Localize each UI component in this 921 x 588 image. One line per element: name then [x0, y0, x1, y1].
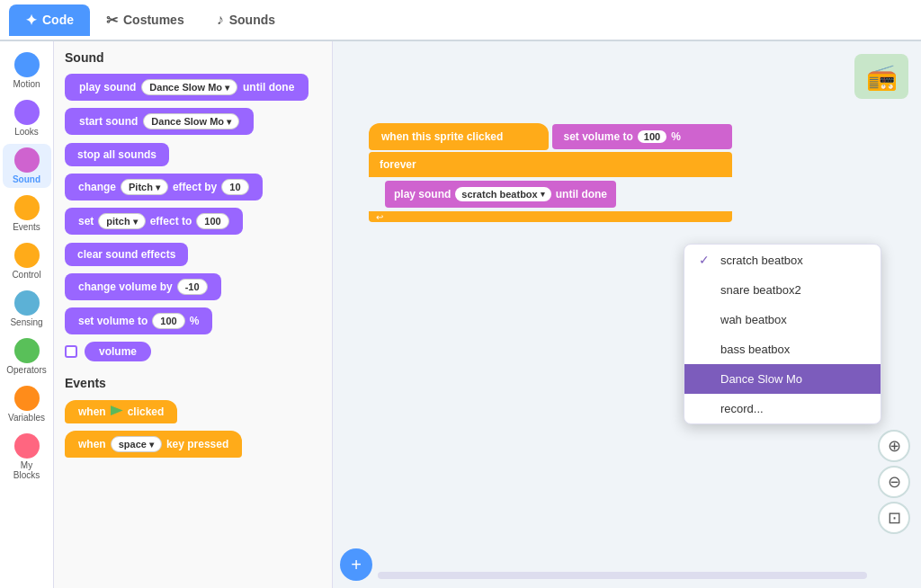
canvas-set-vol-label: set volume to: [563, 130, 632, 143]
set-effect-input[interactable]: 100: [196, 213, 228, 229]
start-sound-block[interactable]: start sound Dance Slow Mo: [65, 108, 321, 135]
events-dot: [14, 195, 40, 220]
effect-by-label: effect by: [173, 181, 217, 193]
code-icon: ✦: [25, 12, 37, 29]
tab-code[interactable]: ✦ Code: [9, 4, 90, 36]
effect-type-dropdown[interactable]: Pitch: [121, 179, 168, 195]
start-sound-dropdown[interactable]: Dance Slow Mo: [143, 113, 239, 129]
dropdown-item-bass[interactable]: bass beatbox: [684, 334, 881, 364]
volume-reporter-block[interactable]: volume: [65, 342, 321, 361]
zoom-controls: ⊕ ⊖ ⊡: [878, 430, 910, 534]
main-layout: Motion Looks Sound Events Control Sensin…: [0, 41, 921, 588]
canvas-sound-dropdown[interactable]: scratch beatbox ▾: [455, 187, 550, 201]
when-flag-block[interactable]: when clicked: [65, 399, 321, 423]
sound-section-title: Sound: [65, 50, 321, 65]
key-dropdown[interactable]: space: [111, 436, 162, 452]
dropdown-arrow-icon: ▾: [541, 190, 545, 199]
sensing-dot: [14, 290, 40, 316]
forever-label: forever: [380, 158, 416, 171]
dropdown-item-snare[interactable]: snare beatbox2: [684, 275, 881, 305]
key-pressed-label: key pressed: [166, 438, 228, 450]
dropdown-item-record[interactable]: record...: [684, 394, 881, 423]
change-volume-input[interactable]: -10: [177, 279, 208, 295]
hat-block-sprite-clicked[interactable]: when this sprite clicked: [369, 123, 549, 150]
set-volume-label: set volume to: [78, 315, 148, 327]
clear-effects-block[interactable]: clear sound effects: [65, 242, 321, 266]
tab-sounds[interactable]: ♪ Sounds: [201, 4, 291, 35]
sidebar-item-operators-label: Operators: [6, 365, 46, 375]
sidebar-item-looks-label: Looks: [14, 127, 39, 137]
volume-label: volume: [99, 345, 137, 358]
myblocks-dot: [14, 433, 40, 459]
zoom-in-button[interactable]: ⊕: [878, 430, 910, 462]
sidebar-item-variables[interactable]: Variables: [3, 382, 51, 426]
add-sprite-button[interactable]: +: [340, 548, 372, 581]
volume-checkbox[interactable]: [65, 345, 77, 358]
set-effect-block[interactable]: set pitch effect to 100: [65, 208, 321, 235]
boombox-sprite: 📻: [854, 54, 908, 99]
set-effect-to-label: effect to: [150, 215, 192, 227]
canvas-play-sound-block[interactable]: play sound scratch beatbox ▾ until done: [385, 181, 616, 208]
change-volume-block[interactable]: change volume by -10: [65, 273, 321, 300]
canvas-vol-input[interactable]: 100: [638, 130, 666, 143]
tab-costumes[interactable]: ✂ Costumes: [90, 4, 201, 36]
dropdown-item-label: record...: [720, 402, 764, 415]
operators-dot: [14, 338, 40, 363]
looks-dot: [14, 100, 40, 125]
canvas-blocks-stack: when this sprite clicked set volume to 1…: [369, 122, 732, 222]
tab-code-label: Code: [42, 13, 74, 27]
sidebar-item-myblocks[interactable]: My Blocks: [3, 430, 51, 484]
zoom-reset-button[interactable]: ⊡: [878, 502, 910, 534]
clear-effects-label: clear sound effects: [77, 248, 175, 261]
zoom-in-icon: ⊕: [888, 436, 901, 456]
sidebar-item-sensing[interactable]: Sensing: [3, 287, 51, 331]
blocks-panel: Sound play sound Dance Slow Mo until don…: [54, 41, 333, 588]
canvas-set-volume-block[interactable]: set volume to 100 %: [552, 124, 732, 149]
sidebar-item-motion[interactable]: Motion: [3, 49, 51, 93]
tab-bar: ✦ Code ✂ Costumes ♪ Sounds: [0, 0, 921, 41]
sidebar-item-control[interactable]: Control: [3, 239, 51, 283]
dropdown-item-wah[interactable]: wah beatbox: [684, 305, 881, 334]
sound-dropdown-menu: ✓ scratch beatbox snare beatbox2 wah bea…: [684, 244, 881, 424]
dropdown-item-scratch-beatbox[interactable]: ✓ scratch beatbox: [684, 245, 881, 275]
horizontal-scrollbar[interactable]: [378, 572, 867, 579]
sidebar-item-control-label: Control: [12, 270, 40, 280]
variables-dot: [14, 386, 40, 411]
when-key-label: when: [78, 438, 106, 450]
sidebar-item-looks[interactable]: Looks: [3, 96, 51, 140]
change-effect-block[interactable]: change Pitch effect by 10: [65, 174, 321, 200]
canvas-play-suffix: until done: [556, 188, 607, 200]
play-sound-block[interactable]: play sound Dance Slow Mo until done: [65, 74, 321, 101]
motion-dot: [14, 52, 40, 77]
start-sound-label: start sound: [79, 115, 138, 128]
sound-dot: [14, 147, 40, 173]
dropdown-item-label: scratch beatbox: [720, 254, 803, 267]
play-sound-dropdown[interactable]: Dance Slow Mo: [141, 79, 237, 95]
stop-sounds-label: stop all sounds: [77, 148, 156, 161]
sidebar-item-myblocks-label: My Blocks: [8, 460, 46, 480]
add-sprite-icon: +: [351, 555, 362, 575]
sidebar-item-sound[interactable]: Sound: [3, 144, 51, 188]
when-key-block[interactable]: when space key pressed: [65, 431, 321, 458]
events-section-title: Events: [65, 376, 321, 390]
sidebar-item-operators[interactable]: Operators: [3, 334, 51, 379]
stop-sounds-block[interactable]: stop all sounds: [65, 142, 321, 166]
sidebar-item-events[interactable]: Events: [3, 192, 51, 236]
dropdown-item-dance-slow-mo[interactable]: Dance Slow Mo: [684, 364, 881, 394]
canvas-play-label: play sound: [394, 188, 451, 200]
canvas-forever-block[interactable]: forever play sound scratch beatbox ▾ unt…: [369, 152, 732, 222]
set-effect-dropdown[interactable]: pitch: [98, 213, 145, 229]
play-sound-label: play sound: [79, 81, 136, 94]
effect-value-input[interactable]: 10: [221, 179, 248, 195]
set-volume-block[interactable]: set volume to 100 %: [65, 307, 321, 334]
forever-bottom-arrow: ↩: [376, 212, 383, 222]
zoom-out-button[interactable]: ⊖: [878, 466, 910, 498]
play-sound-suffix: until done: [243, 81, 294, 94]
hat-block-label: when this sprite clicked: [381, 130, 503, 143]
set-volume-input[interactable]: 100: [152, 313, 184, 329]
when-label: when: [78, 405, 106, 418]
clicked-label: clicked: [128, 405, 165, 418]
change-volume-label: change volume by: [78, 281, 173, 293]
tab-sounds-label: Sounds: [229, 13, 275, 27]
dropdown-item-label: bass beatbox: [720, 343, 790, 356]
